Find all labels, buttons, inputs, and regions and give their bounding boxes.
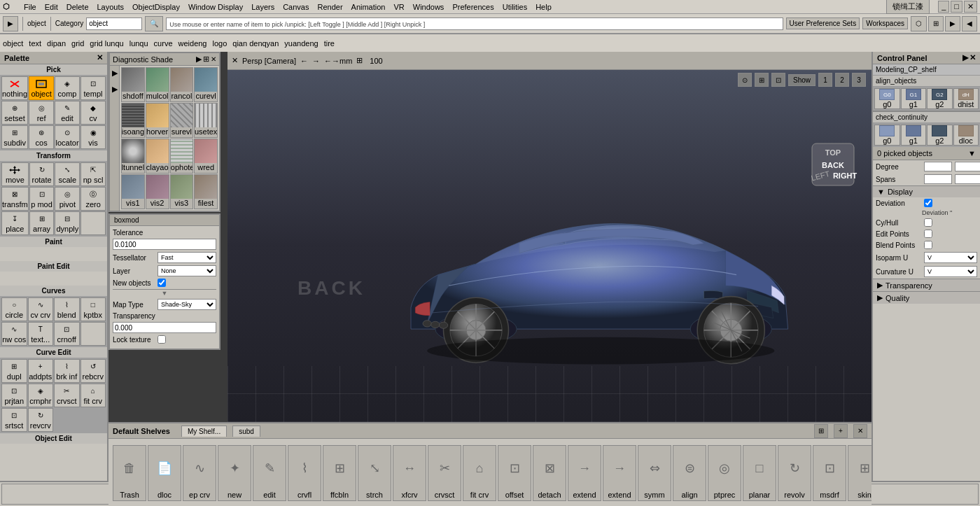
menu-utilities[interactable]: Utilities	[503, 3, 527, 11]
palette-item-crnoff[interactable]: ⊡ crnoff	[54, 322, 80, 346]
palette-item-cos[interactable]: ⊛ cos	[29, 125, 54, 149]
palette-item-fit-crv[interactable]: ⌂ fit crv	[80, 384, 106, 407]
palette-item-rebcrv[interactable]: ↺ rebcrv	[80, 359, 106, 383]
cp-icon-g2[interactable]: G2 g2	[927, 88, 953, 109]
diag-item-ltunnel[interactable]: ltunnel	[121, 139, 145, 174]
viewport-arrow-right[interactable]: →	[312, 57, 320, 65]
menu-delete[interactable]: Delete	[66, 3, 89, 11]
cp-icon-g0[interactable]: G0 g0	[874, 88, 900, 109]
viewport-show-btn[interactable]: Show	[788, 74, 816, 86]
toolbar-search-btn[interactable]: 🔍	[145, 16, 163, 31]
palette-item-rotate[interactable]: ↻ rotate	[29, 162, 55, 186]
cp-icon-g2b[interactable]: g2	[927, 125, 953, 146]
palette-item-vis[interactable]: ◉ vis	[80, 125, 106, 149]
menu-layouts[interactable]: Layouts	[97, 3, 125, 11]
palette-item-cv-crv[interactable]: ∿ cv crv	[28, 297, 54, 321]
diag-item-vis2[interactable]: vis2	[146, 174, 169, 209]
palette-item-nothing[interactable]: nothing	[1, 76, 28, 100]
menu-edit[interactable]: Edit	[45, 3, 58, 11]
shelf-icon-edit[interactable]: ✎ edit	[253, 445, 286, 501]
new-objects-checkbox[interactable]	[158, 279, 166, 287]
palette-item-text[interactable]: T text...	[28, 322, 54, 346]
diag-item-rancol[interactable]: rancol	[170, 67, 194, 102]
cp-curvature-u-select[interactable]: V U Both	[924, 266, 977, 277]
viewport-zoom-controls[interactable]: ⊞	[356, 56, 363, 65]
menu-vr[interactable]: VR	[393, 3, 404, 11]
cp-blend-points-checkbox[interactable]	[924, 241, 932, 249]
tessellator-select[interactable]: Fast Accurate	[158, 252, 216, 263]
palette-item-np-scl[interactable]: ⇱ np scl	[80, 162, 106, 186]
shelf-icon-ptprec[interactable]: ◎ ptprec	[708, 445, 741, 501]
menu-file[interactable]: File	[24, 3, 36, 11]
cp-edit-points-checkbox[interactable]	[924, 230, 932, 238]
palette-item-templ[interactable]: ⊡ templ	[80, 76, 106, 100]
menu-help[interactable]: Help	[536, 3, 552, 11]
palette-item-pivot[interactable]: ◎ pivot	[55, 187, 80, 211]
palette-item-comp[interactable]: ◈ comp	[55, 76, 80, 100]
cp-degree-input2[interactable]	[955, 162, 980, 171]
diag-item-clayao[interactable]: clayao	[146, 139, 169, 174]
diag-panel-side-arrows[interactable]: ▶ ▶	[110, 66, 120, 211]
shelf-icon-extend2[interactable]: → extend	[603, 445, 636, 501]
shelf-icon-strch[interactable]: ⤡ strch	[358, 445, 391, 501]
viewport-icon-btn-2[interactable]: ⊞	[755, 73, 769, 87]
viewport-icon-btn-1[interactable]: ⊙	[738, 73, 752, 87]
layer-select[interactable]: None	[158, 265, 216, 276]
shelf-icon-dloc[interactable]: 📄 dloc	[148, 445, 181, 501]
cp-cy-hull-checkbox[interactable]	[924, 218, 932, 227]
toolbar-pick-btn[interactable]: ▶	[3, 16, 18, 31]
viewport-arrow-left[interactable]: ←	[300, 57, 308, 65]
palette-item-prjtan[interactable]: ⊡ prjtan	[1, 384, 27, 407]
cp-isoparm-u-select[interactable]: V U Both	[924, 252, 977, 263]
toolbar-preference-sets[interactable]: User Preference Sets	[786, 17, 860, 29]
palette-item-zero[interactable]: ⓪ zero	[80, 187, 106, 211]
transparency-input[interactable]	[113, 322, 216, 333]
shelf-icon-planar[interactable]: □ planar	[743, 445, 776, 501]
menu-layers[interactable]: Layers	[251, 3, 274, 11]
menu-animation[interactable]: Animation	[351, 3, 386, 11]
shelf-icon-revolv[interactable]: ↻ revolv	[778, 445, 811, 501]
palette-item-crvsct[interactable]: ✂ crvsct	[54, 384, 80, 407]
cp-spans-input2[interactable]	[955, 174, 980, 184]
palette-item-srtsct[interactable]: ⊡ srtsct	[1, 408, 27, 432]
shelf-icon-ep-crv[interactable]: ∿ ep crv	[183, 445, 216, 501]
shelf-icon-detach[interactable]: ⊠ detach	[533, 445, 566, 501]
shelf-icon-crvsct[interactable]: ✂ crvsct	[428, 445, 461, 501]
diag-item-vis1[interactable]: vis1	[121, 174, 145, 209]
palette-item-circle[interactable]: ○ circle	[1, 297, 27, 321]
viewport-close-btn[interactable]: ✕	[232, 56, 238, 65]
menu-objectdisplay[interactable]: ObjectDisplay	[132, 3, 180, 11]
diag-settings-btn[interactable]: ⊞	[203, 55, 209, 64]
viewport-icon-btn-6[interactable]: 3	[852, 73, 866, 87]
cp-icon-dloc[interactable]: dloc	[953, 125, 979, 146]
viewport-icon-btn-5[interactable]: 2	[835, 73, 849, 87]
cp-transparency-section-header[interactable]: ▶ Transparency	[873, 279, 980, 291]
shelf-close-btn[interactable]: ✕	[853, 424, 867, 438]
palette-item-array[interactable]: ⊞ array	[29, 211, 55, 235]
cp-icon-g1[interactable]: G1 g1	[901, 88, 927, 109]
cp-icon-dhist[interactable]: dH dhist	[953, 88, 979, 109]
palette-item-transfm[interactable]: ⊠ transfm	[1, 187, 29, 211]
shelf-tab-my-shelf[interactable]: My Shelf...	[181, 426, 227, 437]
cp-close-btn[interactable]: ✕	[969, 53, 976, 62]
palette-item-ref[interactable]: ◎ ref	[29, 101, 54, 125]
toolbar-extra-btn4[interactable]: ◀	[962, 16, 977, 31]
shelf-icon-xfcrv[interactable]: ↔ xfcrv	[393, 445, 426, 501]
diag-item-wred[interactable]: wred	[194, 139, 218, 174]
palette-item-locator[interactable]: ⊙ locator	[55, 125, 80, 149]
palette-item-dupl[interactable]: ⊞ dupl	[1, 359, 27, 383]
cp-display-section-header[interactable]: ▼ Display	[873, 185, 980, 197]
diag-item-horver[interactable]: horver	[146, 103, 169, 138]
palette-item-edit[interactable]: ✎ edit	[55, 101, 80, 125]
cp-picked-expand[interactable]: ▼	[968, 149, 976, 157]
diag-item-vis3[interactable]: vis3	[170, 174, 194, 209]
map-type-select[interactable]: Shade-Sky	[158, 299, 216, 310]
diag-item-filest[interactable]: filest	[194, 174, 218, 209]
diag-close-btn[interactable]: ✕	[211, 55, 216, 63]
menu-render[interactable]: Render	[317, 3, 342, 11]
cp-spans-input1[interactable]	[924, 174, 952, 184]
toolbar-workspaces[interactable]: Workspaces	[862, 17, 908, 29]
diag-item-shdoff[interactable]: shdoff	[121, 67, 145, 102]
palette-item-kptbx[interactable]: □ kptbx	[80, 297, 106, 321]
menu-preferences[interactable]: Preferences	[452, 3, 493, 11]
